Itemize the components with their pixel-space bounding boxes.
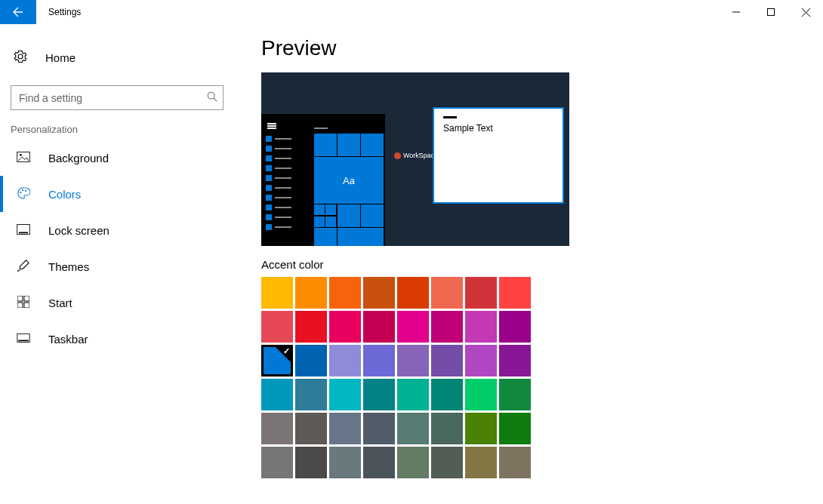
accent-swatch[interactable] xyxy=(363,311,395,343)
accent-swatch[interactable] xyxy=(499,345,531,376)
accent-swatch[interactable] xyxy=(499,447,531,478)
accent-swatch[interactable] xyxy=(295,345,327,376)
sidebar-item-label: Taskbar xyxy=(48,333,88,346)
search-box xyxy=(11,85,223,110)
accent-swatch[interactable] xyxy=(329,447,361,478)
accent-swatch[interactable] xyxy=(329,413,361,444)
accent-swatch[interactable] xyxy=(465,277,497,309)
accent-swatch[interactable] xyxy=(329,379,361,410)
home-label: Home xyxy=(45,51,76,64)
sidebar-item-label: Lock screen xyxy=(48,224,109,237)
sidebar-item-label: Themes xyxy=(48,260,89,273)
close-button[interactable] xyxy=(788,0,823,24)
accent-color-heading: Accent color xyxy=(261,258,805,271)
svg-rect-1 xyxy=(768,9,775,16)
palette-icon xyxy=(15,186,32,202)
accent-swatch[interactable] xyxy=(329,311,361,343)
preview-start-menu: Aa xyxy=(261,114,385,246)
accent-swatch[interactable] xyxy=(261,345,293,376)
accent-swatch[interactable] xyxy=(465,447,497,478)
accent-swatch[interactable] xyxy=(363,379,395,410)
accent-swatch[interactable] xyxy=(329,345,361,376)
accent-swatch[interactable] xyxy=(431,413,463,444)
accent-swatch[interactable] xyxy=(397,345,429,376)
svg-point-10 xyxy=(25,189,26,191)
accent-swatch[interactable] xyxy=(295,413,327,444)
svg-line-5 xyxy=(214,98,217,101)
accent-swatch[interactable] xyxy=(499,379,531,410)
back-button[interactable] xyxy=(0,0,36,24)
accent-swatch[interactable] xyxy=(295,379,327,410)
sidebar-item-themes[interactable]: Themes xyxy=(0,248,234,284)
taskbar-icon xyxy=(15,333,32,345)
accent-swatch[interactable] xyxy=(363,447,395,478)
search-icon xyxy=(207,91,217,104)
accent-swatch[interactable] xyxy=(363,345,395,376)
maximize-button[interactable] xyxy=(754,0,788,24)
svg-rect-18 xyxy=(18,340,29,342)
accent-swatch[interactable] xyxy=(295,447,327,478)
minimize-icon xyxy=(732,8,740,16)
search-input[interactable] xyxy=(11,85,223,110)
accent-swatch[interactable] xyxy=(431,447,463,478)
accent-swatch[interactable] xyxy=(431,311,463,343)
home-nav-item[interactable]: Home xyxy=(0,42,234,73)
accent-swatch[interactable] xyxy=(397,413,429,444)
accent-swatch[interactable] xyxy=(397,447,429,478)
accent-swatch[interactable] xyxy=(397,379,429,410)
accent-swatch[interactable] xyxy=(431,277,463,309)
svg-rect-12 xyxy=(19,232,28,233)
accent-swatch[interactable] xyxy=(499,413,531,444)
accent-swatch[interactable] xyxy=(261,413,293,444)
svg-rect-14 xyxy=(24,296,29,301)
arrow-left-icon xyxy=(12,6,24,18)
image-icon xyxy=(15,152,32,164)
accent-swatch[interactable] xyxy=(397,311,429,343)
accent-swatch-grid xyxy=(261,277,537,478)
close-icon xyxy=(802,8,810,17)
accent-swatch[interactable] xyxy=(431,379,463,410)
sidebar-item-label: Colors xyxy=(48,188,81,201)
page-heading: Preview xyxy=(261,36,805,60)
sidebar-item-start[interactable]: Start xyxy=(0,284,234,321)
accent-swatch[interactable] xyxy=(499,277,531,309)
theme-preview: Aa WorkSpaces Sample Text xyxy=(261,72,569,246)
preview-tile-sample: Aa xyxy=(314,157,384,204)
sidebar-item-background[interactable]: Background xyxy=(0,140,234,176)
svg-point-9 xyxy=(22,189,23,190)
accent-swatch[interactable] xyxy=(363,277,395,309)
accent-swatch[interactable] xyxy=(499,311,531,343)
sidebar-item-lock-screen[interactable]: Lock screen xyxy=(0,212,234,248)
accent-swatch[interactable] xyxy=(261,379,293,410)
accent-swatch[interactable] xyxy=(465,345,497,376)
accent-swatch[interactable] xyxy=(261,311,293,343)
gear-icon xyxy=(12,50,29,66)
minimize-button[interactable] xyxy=(719,0,754,24)
sidebar-item-taskbar[interactable]: Taskbar xyxy=(0,321,234,357)
accent-swatch[interactable] xyxy=(261,277,293,309)
main-pane: Preview xyxy=(234,24,823,504)
svg-rect-13 xyxy=(17,296,23,301)
accent-swatch[interactable] xyxy=(329,277,361,309)
accent-swatch[interactable] xyxy=(465,379,497,410)
accent-swatch[interactable] xyxy=(295,277,327,309)
accent-swatch[interactable] xyxy=(465,413,497,444)
maximize-icon xyxy=(767,8,775,16)
accent-swatch[interactable] xyxy=(363,413,395,444)
titlebar: Settings xyxy=(0,0,823,24)
sidebar-item-colors[interactable]: Colors xyxy=(0,176,234,212)
section-header: Personalization xyxy=(0,110,234,140)
accent-swatch[interactable] xyxy=(261,447,293,478)
accent-swatch[interactable] xyxy=(295,311,327,343)
brush-icon xyxy=(15,259,32,275)
window-title: Settings xyxy=(36,0,719,24)
sidebar-item-label: Start xyxy=(48,297,72,309)
lock-icon xyxy=(15,224,32,237)
svg-rect-16 xyxy=(24,303,29,308)
window-controls xyxy=(719,0,823,24)
accent-swatch[interactable] xyxy=(465,311,497,343)
svg-point-4 xyxy=(208,92,214,99)
svg-rect-15 xyxy=(17,303,23,308)
accent-swatch[interactable] xyxy=(431,345,463,376)
accent-swatch[interactable] xyxy=(397,277,429,309)
